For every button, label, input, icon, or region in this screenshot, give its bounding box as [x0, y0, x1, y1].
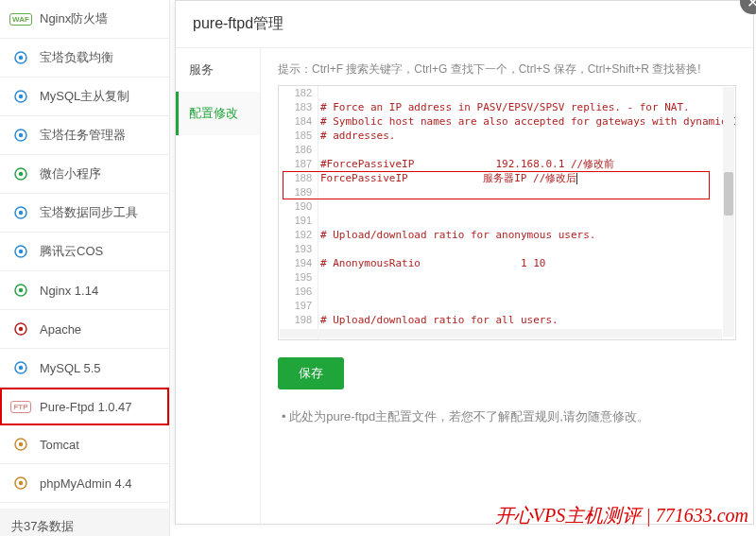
config-panel: 提示：Ctrl+F 搜索关键字，Ctrl+G 查找下一个，Ctrl+S 保存，C…	[261, 48, 753, 526]
svg-point-21	[19, 481, 24, 486]
loadbal-icon	[11, 48, 30, 67]
svg-point-9	[19, 211, 24, 216]
svg-point-7	[19, 172, 24, 177]
sidebar-item-pma[interactable]: phpMyAdmin 4.4	[0, 464, 169, 503]
apache-icon	[11, 320, 30, 338]
svg-point-19	[19, 442, 24, 447]
sidebar-item-mysql[interactable]: MySQL 5.5	[0, 349, 169, 388]
taskmgr-icon	[11, 126, 30, 145]
scrollbar-horizontal[interactable]	[280, 329, 722, 338]
cos-icon	[11, 242, 30, 261]
watermark: 开心VPS主机测评 | 771633.com	[495, 503, 748, 528]
editor-gutter: 1821831841851861871881891901911921931941…	[279, 86, 318, 339]
sidebar-item-label: Pure-Ftpd 1.0.47	[40, 400, 132, 414]
sidebar-item-label: 微信小程序	[40, 165, 101, 182]
sidebar-item-label: 腾讯云COS	[40, 243, 103, 260]
sidebar-item-label: Nginx防火墙	[40, 10, 108, 27]
sidebar-footer: 共37条数据	[0, 509, 169, 536]
sidebar-item-label: MySQL主从复制	[40, 88, 129, 105]
tomcat-icon	[11, 435, 30, 454]
svg-point-15	[19, 327, 24, 332]
sidebar-item-cos[interactable]: 腾讯云COS	[0, 233, 169, 271]
wechat-icon	[11, 164, 30, 183]
sidebar-item-wechat[interactable]: 微信小程序	[0, 155, 169, 194]
sidebar-item-apache[interactable]: Apache	[0, 310, 169, 349]
save-button[interactable]: 保存	[278, 357, 344, 389]
waf-icon: WAF	[11, 9, 30, 28]
scrollbar-vertical[interactable]	[723, 87, 734, 337]
sidebar-item-label: phpMyAdmin 4.4	[40, 476, 132, 491]
mysql-icon	[11, 358, 30, 377]
software-sidebar: WAFNginx防火墙宝塔负载均衡MySQL主从复制宝塔任务管理器微信小程序宝塔…	[0, 0, 170, 536]
nginx-icon	[11, 281, 30, 300]
sidebar-item-label: 宝塔任务管理器	[40, 127, 126, 144]
svg-point-11	[19, 250, 24, 254]
sidebar-item-tomcat[interactable]: Tomcat	[0, 425, 169, 464]
tab-config[interactable]: 配置修改	[176, 92, 260, 135]
mysql-repl-icon	[11, 87, 30, 106]
sidebar-item-label: Apache	[40, 322, 81, 337]
sidebar-item-ftp[interactable]: FTPPure-Ftpd 1.0.47	[0, 388, 169, 425]
sidebar-item-waf[interactable]: WAFNginx防火墙	[0, 0, 169, 39]
config-note: 此处为pure-ftpd主配置文件，若您不了解配置规则,请勿随意修改。	[278, 408, 736, 425]
sidebar-item-label: 宝塔数据同步工具	[40, 204, 138, 221]
svg-point-5	[19, 133, 24, 138]
sidebar-item-mysql-repl[interactable]: MySQL主从复制	[0, 78, 169, 116]
pma-icon	[11, 474, 30, 493]
config-editor[interactable]: 1821831841851861871881891901911921931941…	[278, 85, 736, 340]
sync-icon	[11, 203, 30, 222]
tab-service[interactable]: 服务	[176, 48, 260, 92]
ftp-icon: FTP	[11, 397, 30, 416]
sidebar-item-label: MySQL 5.5	[40, 361, 101, 375]
sidebar-item-label: Tomcat	[40, 438, 79, 452]
sidebar-item-nginx[interactable]: Nginx 1.14	[0, 271, 169, 310]
sidebar-item-loadbal[interactable]: 宝塔负载均衡	[0, 39, 169, 78]
sidebar-item-label: Nginx 1.14	[40, 284, 98, 298]
editor-hint: 提示：Ctrl+F 搜索关键字，Ctrl+G 查找下一个，Ctrl+S 保存，C…	[278, 61, 736, 78]
sidebar-item-label: 宝塔负载均衡	[40, 49, 113, 66]
svg-point-1	[19, 56, 24, 61]
modal-title: pure-ftpd管理	[176, 1, 753, 48]
svg-point-3	[19, 95, 24, 99]
sidebar-item-taskmgr[interactable]: 宝塔任务管理器	[0, 116, 169, 155]
modal-nav: 服务 配置修改	[176, 48, 261, 526]
sidebar-item-sync[interactable]: 宝塔数据同步工具	[0, 194, 169, 233]
svg-point-17	[19, 366, 24, 371]
pureftpd-modal: ✕ pure-ftpd管理 服务 配置修改 提示：Ctrl+F 搜索关键字，Ct…	[175, 0, 754, 525]
editor-code[interactable]: # Force an IP address in PASV/EPSV/SPSV …	[320, 86, 735, 339]
svg-point-13	[19, 288, 24, 293]
